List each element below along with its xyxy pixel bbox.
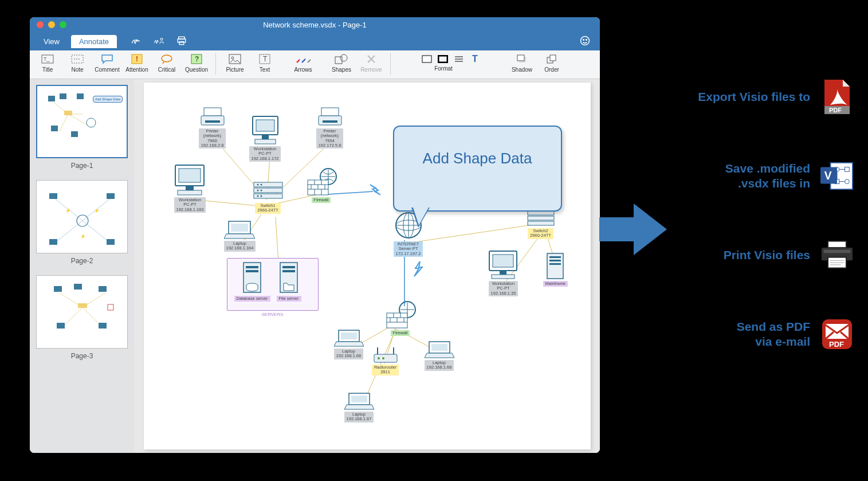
tool-comment[interactable]: Comment (93, 53, 121, 73)
tool-stroke[interactable] (435, 53, 450, 65)
svg-rect-57 (107, 239, 115, 245)
tool-critical-label: Critical (158, 67, 176, 73)
svg-rect-145 (549, 256, 561, 258)
svg-rect-94 (323, 120, 337, 123)
node-workstation-left[interactable]: Workstation PC-PT 192.168.1.163 (170, 163, 211, 213)
node-laptop-1[interactable]: Laptop 192.168.1.164 (224, 220, 256, 252)
signature-user-icon[interactable] (154, 36, 164, 48)
thumbnail-page-1[interactable]: Add Shape Data Page-1 (36, 85, 128, 170)
tool-picture[interactable]: Picture (221, 53, 249, 73)
tool-title-label: Title (42, 67, 53, 73)
svg-rect-138 (528, 216, 554, 220)
svg-point-111 (260, 195, 262, 197)
node-radiorouter[interactable]: Radiorouter 2811 (372, 346, 399, 376)
node-laptop-4[interactable]: Laptop 192.168.1.67 (344, 392, 374, 423)
tab-view[interactable]: View (36, 35, 68, 48)
tool-arrows[interactable]: Arrows (280, 53, 326, 73)
label: Workstation PC-PT 192.168.1.172 (249, 146, 281, 162)
node-db-server[interactable]: Database server (234, 261, 270, 302)
svg-rect-43 (48, 96, 55, 101)
feedback-icon[interactable] (579, 35, 591, 48)
node-firewall-1[interactable]: Firewall (304, 167, 339, 203)
svg-rect-36 (517, 55, 524, 61)
thumb-label-3: Page-3 (71, 352, 93, 360)
tool-shapes[interactable]: Shapes (327, 53, 356, 73)
maximize-button[interactable] (60, 21, 66, 28)
tool-remove-label: Remove (360, 67, 382, 73)
svg-rect-70 (57, 323, 65, 329)
tool-remove[interactable]: Remove (357, 53, 386, 73)
svg-rect-68 (99, 286, 107, 292)
tool-order-label: Order (544, 67, 559, 73)
add-shape-data-callout[interactable]: Add Shape Data (393, 126, 562, 212)
tool-attention-label: Attention (125, 67, 148, 73)
node-laptop-2[interactable]: Laptop 192.168.1.66 (334, 329, 364, 359)
label: INTERNET Server-PT 172.17.197.2 (394, 241, 423, 257)
node-workstation-top[interactable]: Workstation PC-PT 192.168.1.172 (247, 114, 284, 162)
promo-save-text: Save .modified .vsdx files in (725, 161, 810, 191)
tool-question[interactable]: ? Question (182, 53, 211, 73)
tool-comment-label: Comment (95, 67, 119, 73)
tool-text[interactable]: T Text (250, 53, 279, 73)
svg-point-49 (87, 118, 96, 127)
svg-rect-139 (528, 221, 554, 225)
tool-title[interactable]: T⎯ Title (33, 53, 62, 73)
tool-arrows-label: Arrows (294, 67, 312, 73)
svg-rect-163 (341, 333, 357, 339)
svg-rect-69 (78, 303, 87, 308)
node-switch-2[interactable]: Switch2 2960-24TT (527, 210, 555, 239)
tool-shadow[interactable]: Shadow (508, 53, 536, 73)
svg-rect-71 (99, 323, 107, 329)
node-mainframe[interactable]: Mainframe (543, 252, 568, 287)
thumbnail-page-3[interactable]: Page-3 (36, 275, 128, 360)
node-workstation-right[interactable]: Workstation PC-PT 192.168.1.35 (485, 249, 523, 296)
print-icon[interactable] (176, 36, 187, 48)
svg-rect-167 (351, 396, 367, 402)
node-printer-2[interactable]: Printer (network) 7954 192.172.5.8 (316, 105, 344, 148)
svg-rect-45 (77, 93, 84, 99)
tab-annotate[interactable]: Annotate (71, 35, 117, 48)
svg-line-79 (276, 217, 278, 263)
minimize-button[interactable] (48, 21, 55, 28)
label: Laptop 192.168.1.66 (334, 349, 364, 359)
svg-point-108 (257, 190, 258, 191)
svg-rect-124 (231, 224, 248, 232)
close-button[interactable] (37, 21, 44, 28)
node-printer-1[interactable]: Printer (network) 7960 192.168.2.8 (198, 105, 227, 148)
tool-lines[interactable] (451, 53, 466, 65)
tool-order[interactable]: Order (537, 53, 566, 73)
signature-icon[interactable] (131, 36, 141, 48)
tool-critical[interactable]: Critical (152, 53, 181, 73)
node-file-server[interactable]: File server (277, 261, 301, 302)
svg-rect-147 (549, 263, 561, 265)
svg-line-20 (297, 57, 300, 62)
svg-text:T⎯: T⎯ (44, 56, 50, 62)
tool-fill[interactable] (419, 53, 434, 65)
svg-rect-127 (246, 270, 258, 272)
svg-text:PDF: PDF (829, 107, 842, 114)
node-firewall-2[interactable]: Firewall (383, 300, 418, 336)
node-switch-1[interactable]: Switch1 2960-24TT (253, 180, 284, 214)
svg-rect-100 (179, 169, 201, 182)
svg-rect-146 (549, 260, 561, 261)
label: Workstation PC-PT 192.168.1.163 (174, 197, 206, 213)
label: Laptop 192.168.1.67 (344, 412, 374, 423)
svg-rect-47 (51, 126, 58, 131)
thumbnail-page-2[interactable]: ⚡⚡⚡ Page-2 (36, 180, 128, 265)
visio-icon: V (820, 159, 854, 193)
tool-textstyle[interactable]: T (468, 53, 482, 65)
canvas-area: Printer (network) 7960 192.168.2.8 Print… (134, 79, 600, 453)
diagram-canvas[interactable]: Printer (network) 7960 192.168.2.8 Print… (144, 83, 591, 449)
svg-point-13 (162, 55, 172, 62)
tool-question-label: Question (185, 67, 208, 73)
separator (215, 53, 216, 75)
label: Laptop 192.168.1.164 (224, 241, 256, 252)
node-laptop-3[interactable]: Laptop 192.168.1.68 (425, 341, 454, 371)
svg-rect-48 (71, 131, 78, 137)
tool-attention[interactable]: ! Attention (123, 53, 151, 73)
svg-text:PDF: PDF (829, 340, 844, 349)
svg-rect-89 (204, 108, 221, 116)
svg-rect-31 (438, 56, 447, 62)
tool-note[interactable]: Note (63, 53, 92, 73)
svg-line-42 (68, 114, 88, 126)
